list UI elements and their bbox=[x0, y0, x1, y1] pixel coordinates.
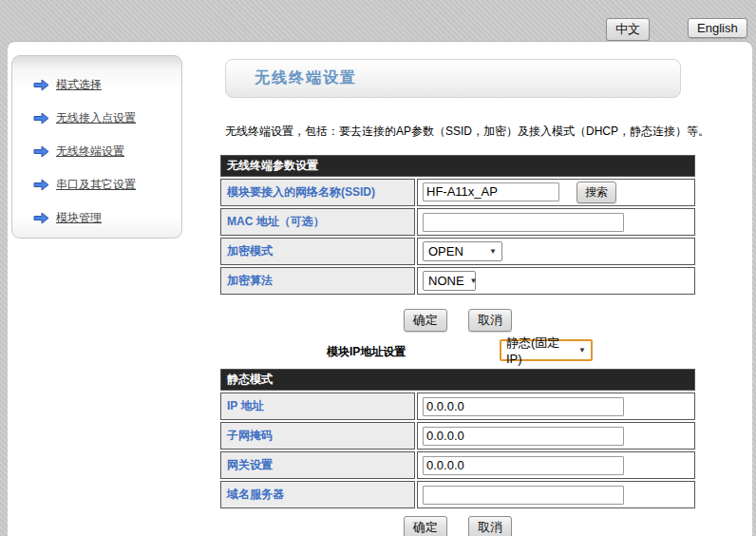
wifi-module-config-page: { "lang": { "chinese": "中文", "english": … bbox=[0, 0, 756, 536]
sidebar: 模式选择 无线接入点设置 无线终端设置 串口及其它设置 模块管理 bbox=[11, 55, 182, 239]
arrow-right-icon bbox=[33, 79, 49, 91]
table-row: 子网掩码 bbox=[220, 422, 695, 450]
table-row: 加密模式 OPEN ▼ bbox=[220, 238, 695, 265]
dns-server-input[interactable] bbox=[423, 486, 624, 505]
sta-table-header: 无线终端参数设置 bbox=[220, 155, 695, 177]
mac-input[interactable] bbox=[423, 213, 624, 232]
search-button[interactable]: 搜索 bbox=[576, 182, 616, 203]
sidebar-item-label[interactable]: 模块管理 bbox=[56, 210, 102, 226]
subnet-mask-label: 子网掩码 bbox=[220, 422, 415, 450]
sidebar-item-sta-settings[interactable]: 无线终端设置 bbox=[12, 135, 181, 168]
table-row: IP 地址 bbox=[220, 392, 695, 420]
static-mode-table: 静态模式 IP 地址 子网掩码 网关设置 域名服务器 bbox=[218, 367, 697, 510]
gateway-label: 网关设置 bbox=[220, 451, 415, 479]
encryption-mode-label: 加密模式 bbox=[220, 238, 415, 265]
ip-mode-select[interactable]: 静态(固定IP) ▼ bbox=[500, 339, 593, 361]
arrow-right-icon bbox=[33, 179, 49, 191]
ip-address-label: IP 地址 bbox=[220, 392, 415, 420]
arrow-right-icon bbox=[33, 145, 49, 158]
dropdown-arrow-icon: ▼ bbox=[489, 247, 497, 256]
arrow-right-icon bbox=[33, 212, 49, 224]
encryption-mode-select[interactable]: OPEN ▼ bbox=[423, 241, 502, 261]
page-title: 无线终端设置 bbox=[255, 68, 357, 88]
encryption-algorithm-value: NONE bbox=[428, 274, 464, 288]
sidebar-item-serial-settings[interactable]: 串口及其它设置 bbox=[12, 168, 181, 201]
sidebar-item-module-management[interactable]: 模块管理 bbox=[12, 201, 181, 235]
sta-params-table: 无线终端参数设置 模块要接入的网络名称(SSID) 搜索 MAC 地址（可选） … bbox=[218, 153, 697, 297]
table-row: 网关设置 bbox=[220, 451, 695, 479]
static-table-header: 静态模式 bbox=[220, 369, 695, 391]
dns-server-label: 域名服务器 bbox=[220, 481, 415, 508]
sta-cancel-button[interactable]: 取消 bbox=[468, 309, 512, 332]
static-cancel-button[interactable]: 取消 bbox=[468, 516, 512, 536]
sidebar-item-mode-select[interactable]: 模式选择 bbox=[12, 68, 181, 102]
sidebar-item-label[interactable]: 无线接入点设置 bbox=[56, 110, 136, 126]
arrow-right-icon bbox=[33, 112, 49, 124]
ip-mode-label: 模块IP地址设置 bbox=[327, 344, 406, 360]
encryption-algorithm-select[interactable]: NONE ▼ bbox=[423, 271, 476, 291]
table-row: 加密算法 NONE ▼ bbox=[220, 267, 695, 295]
mac-label: MAC 地址（可选） bbox=[220, 208, 415, 236]
dropdown-arrow-icon: ▼ bbox=[470, 277, 478, 285]
subnet-mask-input[interactable] bbox=[423, 427, 624, 446]
dropdown-arrow-icon: ▼ bbox=[578, 346, 586, 354]
static-ok-button[interactable]: 确定 bbox=[404, 516, 447, 536]
table-row: MAC 地址（可选） bbox=[220, 208, 695, 236]
sidebar-item-label[interactable]: 串口及其它设置 bbox=[56, 177, 136, 193]
ssid-input[interactable] bbox=[423, 182, 559, 201]
ssid-label: 模块要接入的网络名称(SSID) bbox=[220, 179, 415, 206]
page-title-box: 无线终端设置 bbox=[225, 59, 681, 98]
ip-mode-value: 静态(固定IP) bbox=[506, 335, 573, 366]
sidebar-item-label[interactable]: 模式选择 bbox=[56, 77, 102, 93]
encryption-mode-value: OPEN bbox=[428, 244, 463, 258]
static-buttons-row: 确定 取消 bbox=[218, 516, 697, 536]
sta-ok-button[interactable]: 确定 bbox=[404, 309, 447, 332]
table-row: 模块要接入的网络名称(SSID) 搜索 bbox=[220, 179, 695, 206]
encryption-algorithm-label: 加密算法 bbox=[220, 267, 415, 295]
table-row: 域名服务器 bbox=[220, 481, 695, 508]
sta-buttons-row: 确定 取消 bbox=[218, 309, 697, 332]
ip-mode-row: 模块IP地址设置 静态(固定IP) ▼ bbox=[218, 339, 697, 364]
ip-address-input[interactable] bbox=[423, 397, 624, 416]
sidebar-item-label[interactable]: 无线终端设置 bbox=[56, 144, 124, 160]
lang-chinese-button[interactable]: 中文 bbox=[606, 18, 650, 41]
sidebar-item-ap-settings[interactable]: 无线接入点设置 bbox=[12, 102, 181, 135]
lang-english-button[interactable]: English bbox=[688, 18, 747, 38]
gateway-input[interactable] bbox=[423, 456, 624, 475]
page-description: 无线终端设置，包括：要去连接的AP参数（SSID，加密）及接入模式（DHCP，静… bbox=[225, 124, 719, 140]
